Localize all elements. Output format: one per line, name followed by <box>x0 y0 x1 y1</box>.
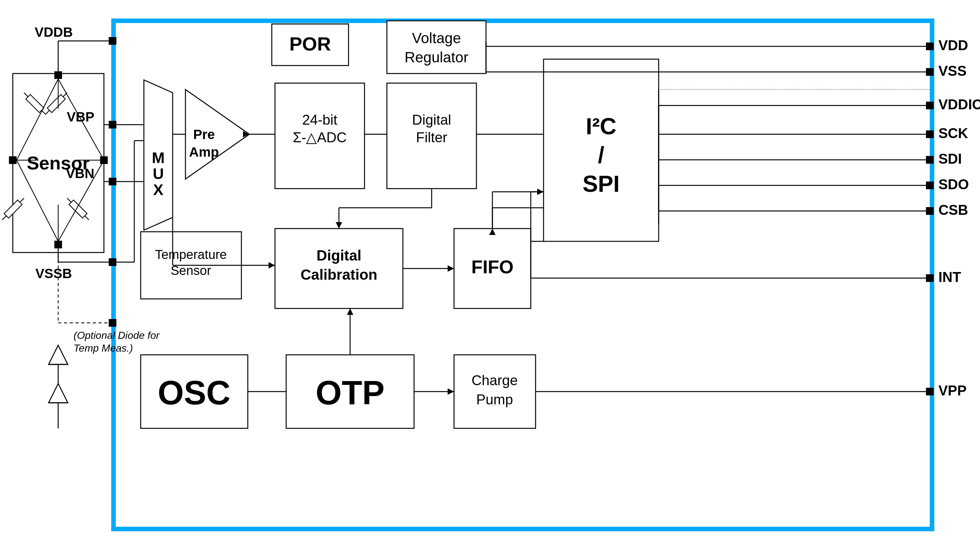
svg-text:Amp: Amp <box>189 145 219 159</box>
svg-rect-110 <box>926 43 934 50</box>
svg-rect-59 <box>387 83 476 189</box>
svg-line-25 <box>17 160 58 242</box>
svg-text:Filter: Filter <box>416 129 447 145</box>
svg-text:CSB: CSB <box>939 202 968 218</box>
svg-rect-0 <box>113 21 932 529</box>
svg-text:VBN: VBN <box>66 166 94 181</box>
svg-rect-99 <box>286 355 414 428</box>
svg-rect-113 <box>926 68 934 76</box>
svg-rect-17 <box>9 156 17 164</box>
svg-line-5 <box>41 110 46 114</box>
svg-rect-124 <box>926 156 934 164</box>
svg-text:Sensor: Sensor <box>27 153 90 173</box>
svg-text:Digital: Digital <box>317 247 362 264</box>
svg-rect-15 <box>54 71 62 79</box>
svg-rect-35 <box>109 178 116 185</box>
svg-marker-96 <box>537 189 544 195</box>
svg-rect-18 <box>100 156 108 164</box>
svg-rect-135 <box>926 274 934 282</box>
svg-marker-41 <box>144 80 173 230</box>
svg-marker-147 <box>49 384 68 403</box>
svg-rect-143 <box>109 319 116 327</box>
svg-text:Regulator: Regulator <box>404 49 468 65</box>
svg-text:FIFO: FIFO <box>471 256 514 277</box>
svg-marker-53 <box>243 131 249 137</box>
svg-text:SCK: SCK <box>939 125 968 141</box>
svg-rect-32 <box>109 121 116 129</box>
svg-text:OSC: OSC <box>158 374 231 412</box>
svg-text:INT: INT <box>939 269 961 285</box>
svg-line-12 <box>67 198 71 202</box>
svg-line-6 <box>63 93 67 97</box>
svg-rect-29 <box>109 37 116 45</box>
svg-text:VSS: VSS <box>939 63 967 79</box>
svg-text:VBP: VBP <box>67 109 94 124</box>
svg-marker-102 <box>347 308 353 315</box>
svg-marker-155 <box>269 262 275 269</box>
svg-text:SPI: SPI <box>582 171 620 197</box>
svg-line-9 <box>20 198 24 202</box>
svg-text:SDI: SDI <box>939 151 962 167</box>
svg-text:I²C: I²C <box>586 113 616 139</box>
svg-marker-107 <box>448 388 454 395</box>
svg-text:VDDB: VDDB <box>35 25 73 40</box>
svg-text:VDDIO: VDDIO <box>939 97 980 112</box>
svg-text:VSSB: VSSB <box>35 266 72 281</box>
svg-marker-144 <box>49 345 68 364</box>
svg-rect-13 <box>69 200 87 218</box>
svg-line-3 <box>24 93 28 97</box>
svg-line-26 <box>58 160 104 242</box>
svg-rect-10 <box>4 200 22 218</box>
svg-rect-39 <box>109 258 116 266</box>
diagram-container <box>0 0 980 553</box>
svg-text:Temp Meas.): Temp Meas.) <box>73 342 133 354</box>
svg-rect-70 <box>387 21 486 73</box>
svg-text:(Optional Diode for: (Optional Diode for <box>73 330 160 341</box>
svg-text:Temperature: Temperature <box>155 248 227 261</box>
svg-rect-97 <box>141 355 248 428</box>
svg-rect-68 <box>272 24 348 65</box>
svg-text:M: M <box>152 149 165 166</box>
svg-rect-7 <box>47 95 65 113</box>
svg-text:Sensor: Sensor <box>171 264 212 278</box>
svg-text:Digital: Digital <box>412 112 451 127</box>
svg-text:POR: POR <box>290 33 331 55</box>
svg-line-8 <box>45 110 49 114</box>
svg-rect-1 <box>13 73 104 253</box>
svg-line-24 <box>58 79 104 160</box>
svg-rect-78 <box>275 229 403 308</box>
svg-rect-139 <box>926 388 934 396</box>
svg-marker-160 <box>489 229 496 235</box>
svg-rect-63 <box>544 59 659 242</box>
svg-text:VPP: VPP <box>939 383 967 398</box>
svg-rect-73 <box>141 232 242 299</box>
svg-text:24-bit: 24-bit <box>302 112 337 127</box>
svg-rect-118 <box>926 102 934 109</box>
svg-text:X: X <box>153 181 163 198</box>
svg-marker-50 <box>185 89 250 179</box>
svg-rect-85 <box>454 229 531 308</box>
svg-text:/: / <box>598 142 604 168</box>
svg-text:SDO: SDO <box>939 176 969 192</box>
svg-text:Σ-△ADC: Σ-△ADC <box>293 129 347 145</box>
svg-text:Pump: Pump <box>476 392 513 407</box>
svg-text:Charge: Charge <box>472 372 518 388</box>
svg-rect-55 <box>275 83 364 189</box>
svg-text:Calibration: Calibration <box>301 266 377 283</box>
svg-text:U: U <box>153 165 164 182</box>
svg-rect-121 <box>926 130 934 138</box>
svg-line-14 <box>85 216 89 220</box>
svg-text:Pre: Pre <box>193 127 215 142</box>
svg-rect-16 <box>54 241 62 248</box>
svg-rect-4 <box>26 95 44 113</box>
svg-text:OTP: OTP <box>316 374 385 412</box>
svg-text:VDD: VDD <box>939 37 968 53</box>
svg-marker-84 <box>336 222 342 229</box>
svg-line-23 <box>17 79 58 160</box>
svg-rect-130 <box>926 207 934 215</box>
svg-text:Voltage: Voltage <box>412 30 461 46</box>
svg-marker-88 <box>448 265 454 272</box>
svg-line-11 <box>2 216 6 220</box>
svg-rect-103 <box>454 355 536 428</box>
svg-rect-127 <box>926 181 934 189</box>
